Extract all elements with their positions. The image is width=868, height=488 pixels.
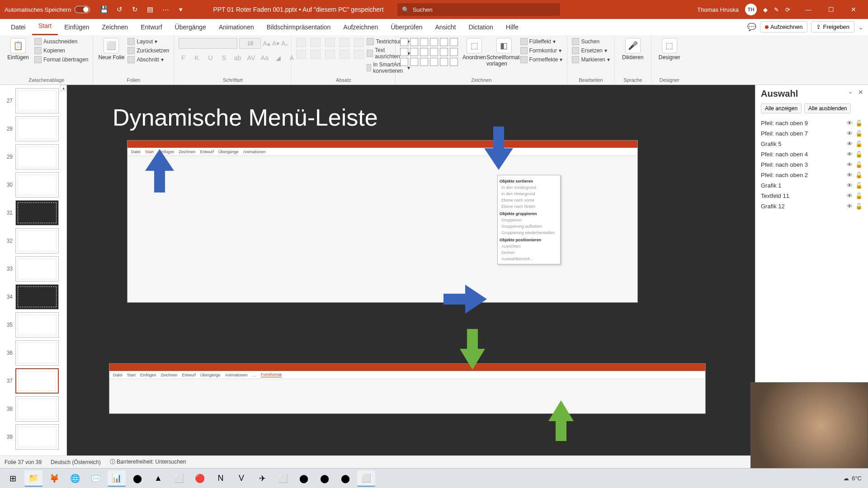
bold-button[interactable]: F (179, 54, 188, 61)
app-icon-4[interactable]: ⬜ (274, 470, 292, 487)
record-button[interactable]: Aufzeichnen (760, 21, 808, 33)
selection-item[interactable]: Textfeld 11👁🔓 (761, 191, 863, 201)
thumb-34[interactable]: 34 (0, 283, 66, 311)
layout-button[interactable]: Layout ▾ (127, 38, 169, 45)
scroll-up-icon[interactable]: ▴ (60, 85, 66, 91)
lock-icon[interactable]: 🔓 (855, 182, 863, 189)
thumb-33[interactable]: 33 (0, 255, 66, 283)
italic-button[interactable]: K (192, 54, 201, 61)
align-center-icon[interactable] (311, 50, 321, 59)
thumb-35[interactable]: 35 (0, 311, 66, 339)
reset-button[interactable]: Zurücksetzen (127, 47, 169, 54)
select-button[interactable]: Markieren ▾ (572, 56, 609, 63)
explorer-icon[interactable]: 📁 (24, 470, 42, 487)
section-button[interactable]: Abschnitt ▾ (127, 56, 169, 63)
tab-start[interactable]: Start (32, 19, 58, 35)
onenote-icon[interactable]: N (212, 470, 230, 487)
weather-widget[interactable]: ☁ 6°C (843, 475, 864, 482)
shape-effects-button[interactable]: Formeffekte ▾ (520, 56, 563, 63)
firefox-icon[interactable]: 🦊 (45, 470, 63, 487)
app-icon-6[interactable]: ⬤ (336, 470, 354, 487)
tab-zeichnen[interactable]: Zeichnen (96, 20, 135, 35)
shadow-button[interactable]: ab (233, 54, 242, 61)
align-right-icon[interactable] (325, 50, 335, 59)
autosave-toggle[interactable]: Automatisches Speichern (5, 6, 90, 13)
language-indicator[interactable]: Deutsch (Österreich) (51, 459, 101, 465)
lock-icon[interactable]: 🔓 (855, 151, 863, 158)
case-button[interactable]: Aa (260, 54, 269, 61)
selection-item[interactable]: Pfeil: nach oben 9👁🔓 (761, 118, 863, 128)
bullets-icon[interactable] (296, 38, 306, 47)
justify-icon[interactable] (340, 50, 349, 59)
lock-icon[interactable]: 🔓 (855, 192, 863, 199)
selection-pane-dropdown-icon[interactable]: ⌄ (848, 89, 853, 95)
linespace-icon[interactable] (354, 38, 364, 47)
replace-button[interactable]: Ersetzen ▾ (572, 47, 609, 54)
visibility-icon[interactable]: 👁 (847, 130, 853, 137)
shrink-font-icon[interactable]: A▾ (272, 40, 279, 47)
undo-icon[interactable]: ↺ (114, 5, 124, 14)
thumb-31[interactable]: 31 (0, 199, 66, 227)
lock-icon[interactable]: 🔓 (855, 120, 863, 127)
lock-icon[interactable]: 🔓 (855, 172, 863, 178)
selection-item[interactable]: Grafik 5👁🔓 (761, 139, 863, 149)
find-button[interactable]: Suchen (572, 38, 609, 45)
app-icon-7[interactable]: ⬜ (357, 470, 375, 487)
search-input[interactable]: 🔍 Suchen (397, 3, 560, 16)
tab-datei[interactable]: Datei (5, 20, 32, 35)
format-painter-button[interactable]: Format übertragen (34, 56, 88, 63)
numbering-icon[interactable] (311, 38, 321, 47)
tab-animationen[interactable]: Animationen (212, 20, 260, 35)
slide-thumbnail-rail[interactable]: ▴ 27282930313233343536373839 (0, 85, 67, 455)
ribbon-collapse-icon[interactable]: ⌄ (858, 23, 863, 31)
selection-pane-close-icon[interactable]: ✕ (858, 89, 863, 96)
quickstyles-button[interactable]: ◧Schnellformat-vorlagen (491, 38, 518, 67)
app-icon-3[interactable]: 🔴 (191, 470, 209, 487)
powerpoint-icon[interactable]: 📊 (108, 470, 126, 487)
shape-fill-button[interactable]: Fülleffekt ▾ (520, 38, 563, 45)
selection-item[interactable]: Grafik 12👁🔓 (761, 201, 863, 211)
user-name[interactable]: Thomas Hruska (697, 6, 739, 13)
lock-icon[interactable]: 🔓 (855, 130, 863, 137)
shape-outline-button[interactable]: Formkontur ▾ (520, 47, 563, 54)
visibility-icon[interactable]: 👁 (847, 141, 853, 147)
lock-icon[interactable]: 🔓 (855, 141, 863, 147)
pen-icon[interactable]: ✎ (774, 6, 779, 13)
slide-counter[interactable]: Folie 37 von 39 (5, 459, 42, 465)
dictate-button[interactable]: 🎤Diktieren (619, 38, 646, 61)
visibility-icon[interactable]: 👁 (847, 182, 853, 189)
selection-item[interactable]: Pfeil: nach oben 7👁🔓 (761, 128, 863, 139)
strike-button[interactable]: S (219, 54, 228, 61)
visibility-icon[interactable]: 👁 (847, 203, 853, 210)
visibility-icon[interactable]: 👁 (847, 161, 853, 168)
thumb-38[interactable]: 38 (0, 395, 66, 423)
vlc-icon[interactable]: ▲ (149, 470, 167, 487)
document-title[interactable]: PPT 01 Roter Faden 001.pptx • Auf "diese… (213, 6, 383, 13)
selection-item[interactable]: Pfeil: nach oben 2👁🔓 (761, 170, 863, 180)
align-left-icon[interactable] (296, 50, 306, 59)
selection-item[interactable]: Pfeil: nach oben 4👁🔓 (761, 149, 863, 160)
indent-dec-icon[interactable] (325, 38, 335, 47)
thumb-29[interactable]: 29 (0, 143, 66, 171)
visibility-icon[interactable]: 👁 (847, 151, 853, 158)
thumb-37[interactable]: 37 (0, 367, 66, 395)
minimize-button[interactable]: — (798, 6, 818, 13)
copy-button[interactable]: Kopieren (34, 47, 88, 54)
visibility-icon[interactable]: 👁 (847, 192, 853, 199)
tab-uebergaenge[interactable]: Übergänge (169, 20, 212, 35)
selection-item[interactable]: Pfeil: nach oben 3👁🔓 (761, 160, 863, 170)
indent-inc-icon[interactable] (340, 38, 349, 47)
thumb-28[interactable]: 28 (0, 115, 66, 143)
shapes-gallery[interactable] (400, 38, 458, 66)
tab-dictation[interactable]: Dictation (462, 20, 499, 35)
clear-format-icon[interactable]: Aₓ (281, 40, 288, 47)
tab-bildschirmpraesentation[interactable]: Bildschirmpräsentation (260, 20, 337, 35)
tab-ueberpruefen[interactable]: Überprüfen (384, 20, 429, 35)
columns-icon[interactable] (354, 50, 364, 59)
designer-button[interactable]: ⬚Designer (656, 38, 683, 61)
accessibility-indicator[interactable]: ⓘ Barrierefreiheit: Untersuchen (110, 458, 186, 466)
tab-einfuegen[interactable]: Einfügen (58, 20, 95, 35)
thumb-36[interactable]: 36 (0, 339, 66, 367)
new-slide-button[interactable]: ⬜Neue Folie (98, 38, 125, 61)
maximize-button[interactable]: ☐ (821, 6, 841, 13)
